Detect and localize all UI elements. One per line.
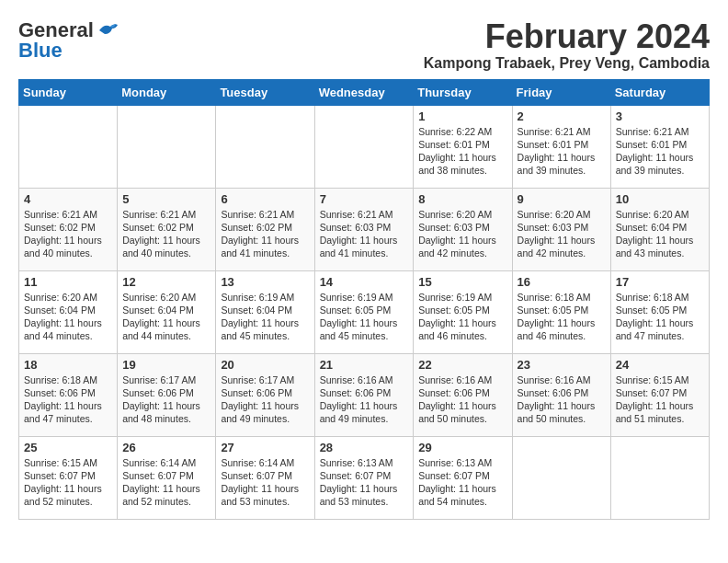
day-info-line: Sunrise: 6:20 AM <box>616 209 689 220</box>
day-info-line: Sunset: 6:04 PM <box>616 222 688 233</box>
day-header-friday: Friday <box>512 79 610 105</box>
day-content: Sunrise: 6:19 AMSunset: 6:05 PMDaylight:… <box>320 291 409 343</box>
day-header-saturday: Saturday <box>610 79 709 105</box>
day-info-line: Sunset: 6:02 PM <box>122 222 194 233</box>
calendar-cell: 28Sunrise: 6:13 AMSunset: 6:07 PMDayligh… <box>314 436 414 519</box>
calendar-cell: 11Sunrise: 6:20 AMSunset: 6:04 PMDayligh… <box>19 270 118 353</box>
day-info-line: and 41 minutes. <box>320 247 389 259</box>
calendar-cell: 8Sunrise: 6:20 AMSunset: 6:03 PMDaylight… <box>414 188 512 270</box>
day-content: Sunrise: 6:20 AMSunset: 6:04 PMDaylight:… <box>122 291 210 343</box>
logo-bird-icon <box>97 21 118 40</box>
day-number: 10 <box>616 192 704 206</box>
calendar-cell: 21Sunrise: 6:16 AMSunset: 6:06 PMDayligh… <box>314 353 414 436</box>
day-info-line: Sunrise: 6:20 AM <box>418 209 492 220</box>
day-content: Sunrise: 6:18 AMSunset: 6:06 PMDaylight:… <box>24 373 112 426</box>
day-info-line: and 42 minutes. <box>518 247 586 259</box>
day-info-line: and 47 minutes. <box>24 413 93 424</box>
day-info-line: and 46 minutes. <box>518 330 586 341</box>
day-number: 4 <box>24 192 112 206</box>
day-info-line: Sunset: 6:03 PM <box>418 222 490 233</box>
day-number: 27 <box>221 441 309 454</box>
day-content: Sunrise: 6:17 AMSunset: 6:06 PMDaylight:… <box>122 373 210 426</box>
day-info-line: Daylight: 11 hours <box>518 400 596 411</box>
day-info-line: Daylight: 11 hours <box>221 235 299 246</box>
day-info-line: Daylight: 11 hours <box>122 317 200 328</box>
day-info-line: and 53 minutes. <box>320 496 389 507</box>
day-info-line: Sunrise: 6:17 AM <box>221 374 294 385</box>
day-info-line: Sunrise: 6:16 AM <box>518 374 591 385</box>
day-info-line: and 51 minutes. <box>616 413 685 424</box>
calendar-cell: 9Sunrise: 6:20 AMSunset: 6:03 PMDaylight… <box>512 188 610 270</box>
day-content: Sunrise: 6:16 AMSunset: 6:06 PMDaylight:… <box>320 373 409 426</box>
day-info-line: and 40 minutes. <box>24 247 93 259</box>
day-info-line: and 38 minutes. <box>418 165 487 176</box>
calendar-week-row: 18Sunrise: 6:18 AMSunset: 6:06 PMDayligh… <box>19 353 710 436</box>
day-info-line: Sunrise: 6:13 AM <box>320 457 393 468</box>
day-info-line: and 42 minutes. <box>418 247 487 259</box>
day-info-line: Daylight: 11 hours <box>320 483 398 494</box>
day-content: Sunrise: 6:16 AMSunset: 6:06 PMDaylight:… <box>518 373 606 426</box>
calendar-cell: 18Sunrise: 6:18 AMSunset: 6:06 PMDayligh… <box>19 353 118 436</box>
day-info-line: Sunset: 6:04 PM <box>221 304 292 316</box>
day-content: Sunrise: 6:21 AMSunset: 6:01 PMDaylight:… <box>518 125 606 178</box>
day-info-line: and 48 minutes. <box>122 413 191 424</box>
day-info-line: Sunrise: 6:18 AM <box>616 292 689 303</box>
day-info-line: Sunrise: 6:20 AM <box>518 209 591 220</box>
day-content: Sunrise: 6:13 AMSunset: 6:07 PMDaylight:… <box>320 456 409 509</box>
day-number: 9 <box>518 192 606 206</box>
day-info-line: Sunrise: 6:21 AM <box>122 209 196 220</box>
day-number: 21 <box>320 358 409 372</box>
day-info-line: Daylight: 11 hours <box>24 483 102 494</box>
calendar-cell: 23Sunrise: 6:16 AMSunset: 6:06 PMDayligh… <box>512 353 610 436</box>
day-info-line: Sunset: 6:01 PM <box>518 139 589 150</box>
day-info-line: Sunset: 6:05 PM <box>320 304 392 316</box>
day-info-line: Sunset: 6:06 PM <box>320 387 392 398</box>
day-number: 8 <box>418 192 506 206</box>
day-info-line: Sunrise: 6:21 AM <box>24 209 97 220</box>
day-info-line: and 40 minutes. <box>122 247 191 259</box>
day-info-line: Sunset: 6:06 PM <box>24 387 96 398</box>
day-content: Sunrise: 6:20 AMSunset: 6:03 PMDaylight:… <box>518 208 606 260</box>
calendar-cell: 7Sunrise: 6:21 AMSunset: 6:03 PMDaylight… <box>314 188 414 270</box>
calendar-cell <box>216 105 314 188</box>
day-content: Sunrise: 6:21 AMSunset: 6:01 PMDaylight:… <box>616 125 704 178</box>
day-info-line: and 46 minutes. <box>418 330 487 341</box>
calendar-week-row: 25Sunrise: 6:15 AMSunset: 6:07 PMDayligh… <box>19 436 710 519</box>
calendar-week-row: 1Sunrise: 6:22 AMSunset: 6:01 PMDaylight… <box>19 105 710 188</box>
day-info-line: Sunrise: 6:14 AM <box>122 457 196 468</box>
day-number: 29 <box>418 441 506 454</box>
day-info-line: Sunset: 6:02 PM <box>24 222 96 233</box>
day-info-line: Daylight: 11 hours <box>122 483 200 494</box>
day-info-line: Sunrise: 6:15 AM <box>616 374 689 385</box>
day-info-line: Sunrise: 6:21 AM <box>221 209 294 220</box>
calendar-cell: 29Sunrise: 6:13 AMSunset: 6:07 PMDayligh… <box>414 436 512 519</box>
day-info-line: Daylight: 11 hours <box>418 400 496 411</box>
calendar-cell: 6Sunrise: 6:21 AMSunset: 6:02 PMDaylight… <box>216 188 314 270</box>
day-content: Sunrise: 6:21 AMSunset: 6:02 PMDaylight:… <box>24 208 112 260</box>
day-info-line: Daylight: 11 hours <box>24 317 102 328</box>
calendar-cell: 1Sunrise: 6:22 AMSunset: 6:01 PMDaylight… <box>414 105 512 188</box>
calendar-cell: 12Sunrise: 6:20 AMSunset: 6:04 PMDayligh… <box>118 270 216 353</box>
day-number: 26 <box>122 441 210 454</box>
day-info-line: Daylight: 11 hours <box>518 235 596 246</box>
day-info-line: Sunset: 6:06 PM <box>122 387 194 398</box>
day-info-line: Sunset: 6:07 PM <box>221 470 292 481</box>
day-info-line: Sunset: 6:07 PM <box>616 387 688 398</box>
day-info-line: Sunset: 6:04 PM <box>122 304 194 316</box>
calendar-cell: 4Sunrise: 6:21 AMSunset: 6:02 PMDaylight… <box>19 188 118 270</box>
day-info-line: Sunrise: 6:15 AM <box>24 457 97 468</box>
calendar-cell: 14Sunrise: 6:19 AMSunset: 6:05 PMDayligh… <box>314 270 414 353</box>
calendar-cell: 15Sunrise: 6:19 AMSunset: 6:05 PMDayligh… <box>414 270 512 353</box>
day-info-line: Sunrise: 6:18 AM <box>518 292 591 303</box>
day-info-line: Sunrise: 6:16 AM <box>320 374 393 385</box>
day-info-line: Daylight: 11 hours <box>418 235 496 246</box>
day-number: 24 <box>616 358 704 372</box>
day-info-line: Daylight: 11 hours <box>24 400 102 411</box>
day-info-line: and 53 minutes. <box>221 496 290 507</box>
day-info-line: Daylight: 11 hours <box>616 400 694 411</box>
day-info-line: Daylight: 11 hours <box>221 317 299 328</box>
day-number: 15 <box>418 275 506 289</box>
day-info-line: Sunrise: 6:21 AM <box>616 126 689 137</box>
day-number: 28 <box>320 441 409 454</box>
calendar-cell: 3Sunrise: 6:21 AMSunset: 6:01 PMDaylight… <box>610 105 709 188</box>
